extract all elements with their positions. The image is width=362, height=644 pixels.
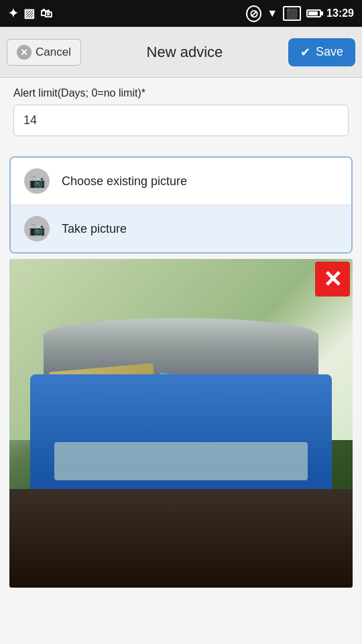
- alert-limit-label: Alert limit(Days; 0=no limit)*: [13, 87, 349, 99]
- image-container: ✕: [9, 259, 353, 588]
- app-bar: ✕ Cancel New advice ✔ Save: [0, 27, 362, 78]
- app-icon-2: ▨: [23, 6, 35, 21]
- app-icon-1: ✦: [8, 6, 18, 21]
- main-content: Alert limit(Days; 0=no limit)* 📷 Choose …: [0, 78, 362, 644]
- camera-icon-2: 📷: [24, 216, 50, 241]
- cancel-button[interactable]: ✕ Cancel: [7, 39, 81, 66]
- alert-limit-input[interactable]: [13, 105, 349, 136]
- delete-image-button[interactable]: ✕: [315, 262, 350, 297]
- save-button[interactable]: ✔ Save: [288, 38, 355, 66]
- time-display: 13:29: [326, 7, 354, 19]
- trash-bag: [54, 442, 308, 481]
- battery-icon: [306, 9, 321, 17]
- save-check-icon: ✔: [300, 45, 310, 60]
- picture-options-section: 📷 Choose existing picture 📷 Take picture: [9, 156, 353, 254]
- camera-icon-1: 📷: [24, 168, 50, 194]
- image-scene: [9, 259, 353, 588]
- camera-symbol-2: 📷: [29, 221, 46, 237]
- choose-existing-label: Choose existing picture: [62, 174, 187, 189]
- choose-existing-button[interactable]: 📷 Choose existing picture: [11, 158, 351, 205]
- trash-bin-image: [9, 259, 353, 588]
- camera-symbol-1: 📷: [29, 173, 46, 189]
- save-label: Save: [316, 45, 343, 59]
- status-bar: ✦ ▨ 🛍 ⊘ ▼ ⬛ 13:29: [0, 0, 362, 27]
- app-icon-3: 🛍: [40, 7, 52, 21]
- take-picture-label: Take picture: [62, 222, 127, 236]
- status-left-icons: ✦ ▨ 🛍: [8, 6, 52, 21]
- status-right-icons: ⊘ ▼ ⬛ 13:29: [246, 5, 354, 22]
- alert-limit-section: Alert limit(Days; 0=no limit)*: [0, 78, 362, 143]
- blocked-icon: ⊘: [246, 5, 261, 22]
- cancel-label: Cancel: [36, 46, 71, 59]
- signal-icon: ⬛: [283, 6, 301, 21]
- scene-floor: [9, 489, 353, 588]
- page-title: New advice: [147, 44, 223, 61]
- take-picture-button[interactable]: 📷 Take picture: [11, 205, 351, 252]
- cancel-icon: ✕: [17, 45, 32, 60]
- wifi-icon: ▼: [267, 7, 278, 19]
- delete-x-icon: ✕: [323, 268, 342, 290]
